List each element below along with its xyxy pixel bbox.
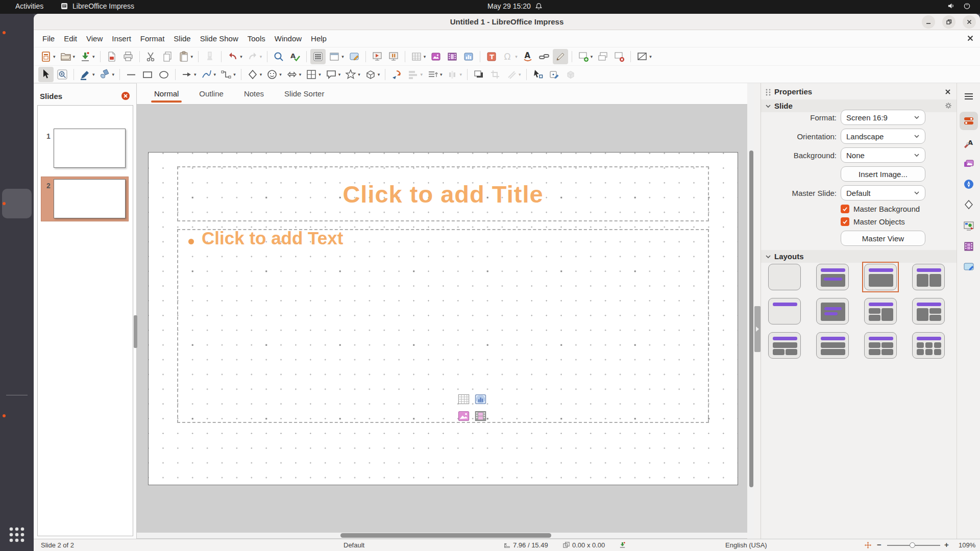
new-slide-dropdown-arrow[interactable]: ▾ [591,54,593,59]
dock-item-vlc[interactable] [2,360,32,389]
title-placeholder[interactable]: Click to add Title [177,166,709,221]
master-slides-tab[interactable] [960,258,978,276]
styles-tab[interactable] [960,134,978,153]
delete-slide-button[interactable] [611,49,627,64]
orientation-select[interactable]: Landscape [841,129,925,144]
dock-item-vscode[interactable] [2,52,32,82]
layout-centered-text[interactable] [814,296,851,327]
menu-help[interactable]: Help [306,30,331,47]
insert-line-button[interactable] [124,67,139,82]
connectors-dropdown-arrow[interactable]: ▾ [233,72,236,77]
gallery-tab[interactable] [960,155,978,173]
content-placeholder[interactable]: Click to add Text [177,229,709,423]
show-applications-button[interactable] [6,523,28,546]
dock-item-software-updater[interactable] [2,401,32,431]
layout-title-only[interactable] [766,296,803,327]
3d-objects-button[interactable]: ▾ [363,67,382,82]
layout-content-over-two-content[interactable] [766,330,803,361]
select-button[interactable] [38,67,54,82]
gear-icon[interactable] [944,102,952,110]
callout-shapes-dropdown-arrow[interactable]: ▾ [338,72,341,77]
cut-button[interactable] [143,49,159,64]
layout-title-slide[interactable] [814,262,851,292]
close-document-icon[interactable] [966,34,975,43]
open-file-button[interactable]: ▾ [58,49,77,64]
slides-panel-close-icon[interactable] [121,91,130,101]
stars-and-banners-button[interactable]: ▾ [343,67,362,82]
tab-slide-sorter[interactable]: Slide Sorter [283,85,325,103]
system-status-area[interactable] [947,2,971,10]
document-modified-icon[interactable] [619,541,626,549]
arrange-button[interactable]: ▾ [425,67,444,82]
horizontal-scrollbar-thumb[interactable] [340,533,551,538]
menu-insert[interactable]: Insert [107,30,136,47]
focused-app-indicator[interactable]: LibreOffice Impress [60,2,134,10]
horizontal-scrollbar[interactable] [137,533,747,538]
zoom-slider-knob[interactable] [910,542,915,548]
tab-outline[interactable]: Outline [198,85,225,103]
insert-media-placeholder-icon[interactable] [474,409,487,423]
master-slide-button[interactable] [347,49,362,64]
fill-color-button[interactable]: ▾ [97,67,116,82]
new-slide-button[interactable]: ▾ [576,49,595,64]
menu-tools[interactable]: Tools [243,30,270,47]
menu-window[interactable]: Window [270,30,306,47]
dock-item-files[interactable] [2,86,32,116]
block-arrows-dropdown-arrow[interactable]: ▾ [299,72,302,77]
show-draw-functions-button[interactable] [553,49,568,64]
curves-and-polygons-dropdown-arrow[interactable]: ▾ [214,72,216,77]
stars-and-banners-dropdown-arrow[interactable]: ▾ [358,72,360,77]
connectors-button[interactable]: ▾ [218,67,237,82]
close-button[interactable] [963,15,976,29]
dock-item-chrome[interactable] [2,18,32,47]
zoom-level-status[interactable]: 109% [959,541,975,549]
export-as-pdf-button[interactable] [104,49,119,64]
insert-chart-placeholder-icon[interactable] [474,392,487,406]
tab-notes[interactable]: Notes [243,85,265,103]
save-button[interactable]: ▾ [78,49,96,64]
print-button[interactable] [120,49,136,64]
block-arrows-button[interactable]: ▾ [284,67,303,82]
flowchart-shapes-dropdown-arrow[interactable]: ▾ [318,72,321,77]
lines-and-arrows-button[interactable]: ▾ [179,67,198,82]
insert-chart-button[interactable] [461,49,476,64]
new-presentation-dropdown-arrow[interactable]: ▾ [53,54,56,59]
ellipse-button[interactable] [156,67,172,82]
layout-content-and-two-content-thumbnail[interactable] [912,298,945,324]
layout-two-content-and-content-thumbnail[interactable] [864,298,897,324]
language-status[interactable]: English (USA) [725,541,767,549]
layout-title-content-thumbnail[interactable] [864,264,897,290]
layout-content-and-two-content[interactable] [910,296,947,327]
insert-hyperlink-button[interactable] [536,49,552,64]
start-from-current-slide-button[interactable] [386,49,401,64]
tab-normal[interactable]: Normal [153,85,180,103]
insert-table-placeholder-icon[interactable] [457,392,471,406]
master-slide-select[interactable]: Default [841,185,925,201]
master-view-button[interactable]: Master View [841,231,925,246]
vertical-scrollbar[interactable] [748,83,754,539]
layout-centered-text-thumbnail[interactable] [816,298,849,324]
basic-shapes-dropdown-arrow[interactable]: ▾ [260,72,262,77]
layout-content-over-content[interactable] [814,330,851,361]
layout-title-content-selected[interactable] [862,262,899,292]
clock-menu[interactable]: May 29 15:20 [487,2,543,10]
menu-view[interactable]: View [82,30,107,47]
start-from-first-slide-button[interactable] [370,49,385,64]
zoom-in-button[interactable]: + [944,540,949,549]
background-select[interactable]: None [841,147,925,163]
menu-format[interactable]: Format [136,30,169,47]
zoom-slider[interactable] [887,545,940,546]
titlebar[interactable]: Untitled 1 - LibreOffice Impress [34,14,980,30]
sidebar-splitter[interactable] [754,306,761,352]
slide-properties-dropdown-arrow[interactable]: ▾ [649,54,652,59]
fit-slide-icon[interactable] [864,541,872,549]
undo-button[interactable]: ▾ [225,49,244,64]
animation-tab[interactable] [960,237,978,256]
slide-properties-button[interactable]: ▾ [634,49,653,64]
master-background-checkbox[interactable]: Master Background [841,205,920,213]
menu-edit[interactable]: Edit [59,30,82,47]
layout-title-slide-thumbnail[interactable] [816,264,849,290]
insert-image-button[interactable] [428,49,444,64]
display-views-button[interactable]: ▾ [327,49,346,64]
basic-shapes-button[interactable]: ▾ [245,67,264,82]
